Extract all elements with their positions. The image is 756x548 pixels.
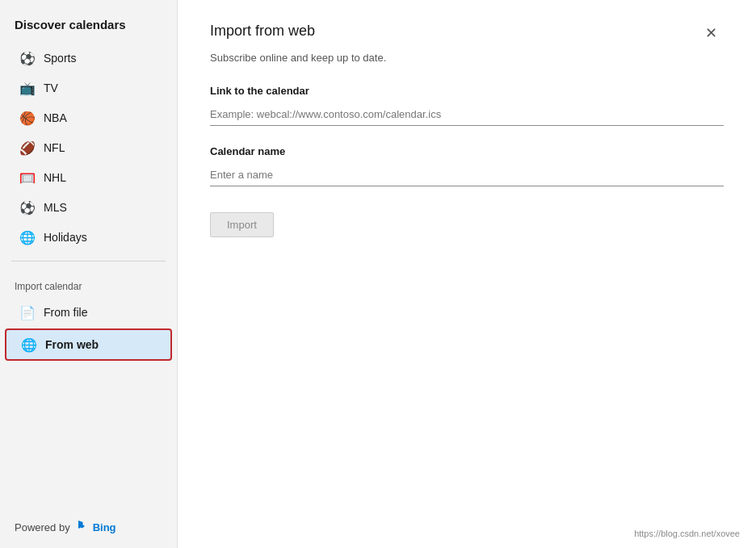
sidebar-item-label-from-web: From web <box>45 338 99 351</box>
sidebar-item-label-sports: Sports <box>44 52 76 65</box>
close-button[interactable]: ✕ <box>699 23 724 44</box>
sidebar-item-sports[interactable]: ⚽ Sports <box>5 44 172 73</box>
file-icon: 📄 <box>19 304 36 320</box>
nba-icon: 🏀 <box>19 110 36 126</box>
calendar-name-input[interactable] <box>210 164 724 186</box>
sidebar-footer: Powered by Bing <box>0 506 177 548</box>
link-label: Link to the calendar <box>210 85 724 97</box>
sidebar: Discover calendars ⚽ Sports 📺 TV 🏀 NBA 🏈… <box>0 0 178 548</box>
sports-icon: ⚽ <box>19 50 36 66</box>
sidebar-item-from-web[interactable]: 🌐 From web <box>5 328 172 361</box>
sidebar-item-label-nba: NBA <box>44 111 67 124</box>
import-section-label: Import calendar <box>0 273 177 297</box>
sidebar-item-nhl[interactable]: 🥅 NHL <box>5 163 172 192</box>
holidays-icon: 🌐 <box>19 229 36 245</box>
sidebar-item-label-tv: TV <box>44 82 58 94</box>
dialog-subtitle: Subscribe online and keep up to date. <box>210 52 724 64</box>
sidebar-item-label-from-file: From file <box>44 306 87 319</box>
calendar-name-label: Calendar name <box>210 145 724 157</box>
nfl-icon: 🏈 <box>19 140 36 156</box>
sidebar-item-mls[interactable]: ⚽ MLS <box>5 193 172 222</box>
status-bar-url: https://blog.csdn.net/xovee <box>634 529 740 538</box>
dialog-header: Import from web ✕ <box>210 23 724 44</box>
bing-logo-icon <box>75 519 88 535</box>
powered-by-text: Powered by <box>15 521 70 533</box>
sidebar-item-label-mls: MLS <box>44 201 67 214</box>
import-button[interactable]: Import <box>210 212 274 237</box>
sidebar-item-label-nhl: NHL <box>44 171 66 184</box>
sidebar-title: Discover calendars <box>0 0 177 43</box>
sidebar-item-nba[interactable]: 🏀 NBA <box>5 103 172 132</box>
sidebar-item-nfl[interactable]: 🏈 NFL <box>5 133 172 162</box>
web-icon: 🌐 <box>21 337 37 353</box>
main-content: Import from web ✕ Subscribe online and k… <box>178 0 756 548</box>
dialog-title: Import from web <box>210 23 315 40</box>
sidebar-item-from-file[interactable]: 📄 From file <box>5 298 172 327</box>
tv-icon: 📺 <box>19 80 36 96</box>
sidebar-item-label-nfl: NFL <box>44 141 65 154</box>
sidebar-divider <box>11 261 166 261</box>
nhl-icon: 🥅 <box>19 169 36 186</box>
discover-items-list: ⚽ Sports 📺 TV 🏀 NBA 🏈 NFL 🥅 NHL ⚽ MLS 🌐 … <box>0 43 177 253</box>
bing-brand-text: Bing <box>93 521 116 533</box>
sidebar-item-holidays[interactable]: 🌐 Holidays <box>5 223 172 252</box>
sidebar-item-label-holidays: Holidays <box>44 231 87 244</box>
mls-icon: ⚽ <box>19 199 36 215</box>
sidebar-item-tv[interactable]: 📺 TV <box>5 73 172 102</box>
link-input[interactable] <box>210 103 724 126</box>
